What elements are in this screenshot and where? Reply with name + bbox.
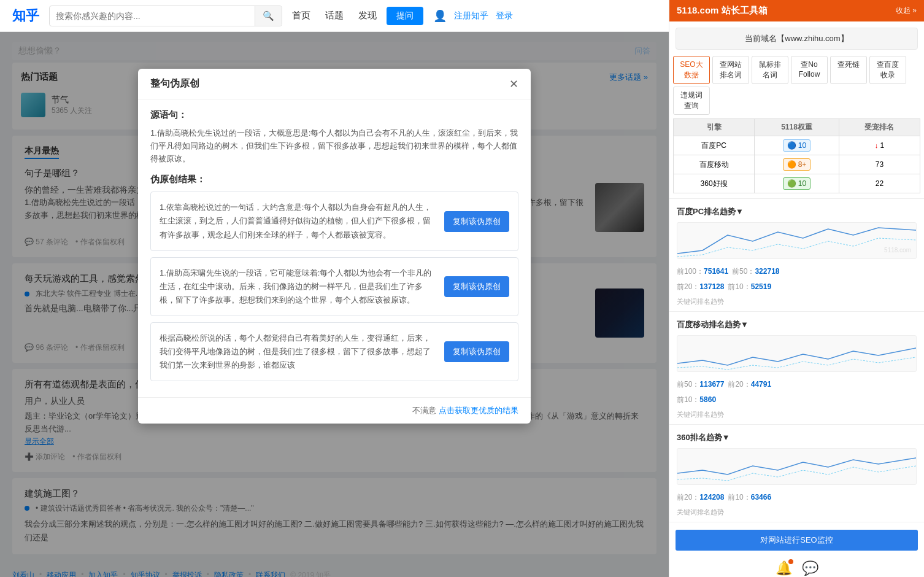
notification-dot (788, 559, 793, 564)
stat-m-top20-label: 前20：44791 (728, 379, 771, 390)
copy-button-1[interactable]: 复制该伪原创 (444, 211, 509, 232)
modal-overlay[interactable]: 整句伪原创 ✕ 源语句： 1.借助高晓松先生说过的一段话，大概意思是:每个人都以… (0, 32, 669, 577)
auth-section: 👤 注册知乎 登录 (433, 9, 513, 23)
ask-button[interactable]: 提问 (387, 7, 423, 25)
table-header-rank: 受宠排名 (839, 119, 920, 136)
keyword-trend-text-360: 关键词排名趋势 (677, 508, 724, 517)
search-box: 🔍 (49, 6, 282, 26)
notification-bell[interactable]: 🔔 (776, 560, 792, 576)
seo-nav-baidu-index[interactable]: 查百度收录 (869, 56, 906, 84)
table-header-weight: 5118权重 (755, 119, 839, 136)
rank-360-trend-title[interactable]: 360排名趋势▼ (669, 427, 924, 446)
seo-divider-2 (669, 311, 924, 312)
engine-baidu-pc: 百度PC (674, 136, 755, 155)
table-header-engine: 引擎 (674, 119, 755, 136)
seo-nav-bigdata[interactable]: SEO大数据 (673, 56, 710, 84)
engine-360: 360好搜 (674, 174, 755, 193)
rank-val-baidu-pc: 1 (880, 141, 884, 150)
stat-m-top50-label: 前50：113677 (677, 379, 724, 390)
modal-footer: 不满意 点击获取更优质的结果 (138, 397, 531, 424)
stat-360-top20-label: 前20：124208 (677, 492, 724, 503)
stat-m-top10-label: 前10：5860 (677, 395, 716, 405)
seo-navigation: SEO大数据 查网站排名词 鼠标排名词 查NoFollow 查死链 查百度收录 … (673, 56, 920, 115)
baidu-pc-trend-title[interactable]: 百度PC排名趋势▼ (669, 201, 924, 220)
result-block-3: 根据高晓松所说的话，每个人都觉得自己有着美好的人生，变得通红，后来，我们变得平凡… (150, 322, 518, 381)
copy-button-3[interactable]: 复制该伪原创 (444, 341, 509, 362)
nav-home[interactable]: 首页 (292, 10, 310, 21)
result-text-1: 1.依靠高晓松说过的一句话，大约含意是:每个人都以为自身会有超凡的人生，红尘滚滚… (160, 201, 438, 241)
chat-icon: 💬 (802, 560, 818, 576)
seo-divider-3 (669, 424, 924, 425)
engine-baidu-mobile: 百度移动 (674, 155, 755, 174)
stat-top10-label: 前10：52519 (728, 282, 771, 292)
nav-topics[interactable]: 话题 (325, 10, 344, 21)
baidu-mobile-trend-chart (677, 335, 917, 372)
weight-badge-baidu-pc: 🔵 10 (783, 139, 810, 152)
seo-nav-dead-link[interactable]: 查死链 (830, 56, 867, 84)
baidu-mobile-stats-2: 前10：5860 (669, 392, 924, 408)
keyword-trend-label-mobile: 关键词排名趋势 (669, 408, 924, 422)
logo: 知乎 (12, 7, 39, 25)
right-column: 5118.com 站长工具箱 收起 » 当前域名【www.zhihu.com】 … (669, 0, 924, 577)
baidu-mobile-trend-svg (677, 336, 916, 372)
seo-divider-4 (669, 522, 924, 522)
modal-dialog: 整句伪原创 ✕ 源语句： 1.借助高晓松先生说过的一段话，大概意思是:每个人都以… (138, 69, 531, 424)
nav-discover[interactable]: 发现 (358, 10, 377, 21)
chat-bubble[interactable]: 💬 (802, 560, 818, 576)
seo-domain-display: 当前域名【www.zhihu.com】 (676, 28, 918, 50)
seo-collapse-button[interactable]: 收起 » (896, 6, 917, 16)
result-text-2: 1.借助高宋啸先生说的一段话，它可能意味着:每个人都以为他会有一个非凡的生活，在… (160, 266, 438, 307)
keyword-trend-text-mobile: 关键词排名趋势 (677, 410, 724, 419)
stat-top100-label: 前100：751641 (677, 266, 728, 277)
modal-header: 整句伪原创 ✕ (138, 69, 531, 99)
seo-nav-no-follow[interactable]: 查NoFollow (791, 56, 828, 84)
seo-panel: 5118.com 站长工具箱 收起 » 当前域名【www.zhihu.com】 … (669, 0, 924, 577)
baidu-mobile-trend-title[interactable]: 百度移动排名趋势▼ (669, 314, 924, 333)
stat-top20-label: 前20：137128 (677, 282, 724, 292)
weight-360: 🟢 10 (755, 174, 839, 193)
modal-close-button[interactable]: ✕ (509, 79, 518, 90)
rank-down-icon: ↓ (875, 142, 879, 149)
seo-rank-table: 引擎 5118权重 受宠排名 百度PC 🔵 10 ↓ 1 (673, 118, 920, 193)
register-link[interactable]: 注册知乎 (454, 10, 488, 21)
baidu-mobile-stats: 前50：113677 前20：44791 (669, 377, 924, 392)
rank-baidu-mobile: 73 (839, 155, 920, 174)
keyword-trend-text-pc: 关键词排名趋势 (677, 297, 724, 306)
weight-baidu-mobile: 🟠 8+ (755, 155, 839, 174)
footer-prefix: 不满意 (412, 406, 436, 415)
header: 知乎 🔍 首页 话题 发现 提问 👤 注册知乎 登录 (0, 0, 669, 32)
rank-baidu-pc: ↓ 1 (839, 136, 920, 155)
user-icon: 👤 (433, 9, 447, 23)
baidu-pc-stats-2: 前20：137128 前10：52519 (669, 279, 924, 295)
main-nav: 首页 话题 发现 (292, 10, 377, 21)
baidu-pc-stats: 前100：751641 前50：322718 (669, 264, 924, 279)
rank-360: 22 (839, 174, 920, 193)
rank-360-trend-svg (677, 449, 916, 485)
seo-monitor-button[interactable]: 对网站进行SEO监控 (676, 530, 918, 551)
seo-nav-site-rank[interactable]: 查网站排名词 (712, 56, 749, 84)
login-link[interactable]: 登录 (496, 10, 513, 21)
search-input[interactable] (50, 7, 255, 25)
seo-nav-mouse-rank[interactable]: 鼠标排名词 (752, 56, 788, 84)
seo-bottom-icons: 🔔 💬 (669, 556, 924, 577)
seo-nav-violation[interactable]: 违规词查询 (673, 87, 710, 115)
chart-watermark-1: 5118.com (884, 246, 911, 256)
keyword-trend-label-pc: 关键词排名趋势 (669, 295, 924, 309)
table-row-baidu-mobile: 百度移动 🟠 8+ 73 (674, 155, 920, 174)
source-label: 源语句： (150, 109, 518, 121)
rank-360-trend-chart (677, 448, 917, 485)
result-text-3: 根据高晓松所说的话，每个人都觉得自己有着美好的人生，变得通红，后来，我们变得平凡… (160, 331, 438, 372)
weight-badge-360: 🟢 10 (783, 177, 810, 190)
modal-title: 整句伪原创 (150, 77, 199, 90)
seo-brand: 5118.com 站长工具箱 (677, 5, 768, 17)
weight-baidu-pc: 🔵 10 (755, 136, 839, 155)
copy-button-2[interactable]: 复制该伪原创 (444, 276, 509, 297)
table-row-360: 360好搜 🟢 10 22 (674, 174, 920, 193)
search-button[interactable]: 🔍 (255, 6, 282, 26)
get-better-results-link[interactable]: 点击获取更优质的结果 (439, 406, 518, 415)
source-text: 1.借助高晓松先生说过的一段话，大概意思是:每个人都以为自己会有不凡的人生，滚滚… (150, 127, 518, 165)
seo-divider-1 (669, 198, 924, 199)
result-block-2: 1.借助高宋啸先生说的一段话，它可能意味着:每个人都以为他会有一个非凡的生活，在… (150, 257, 518, 316)
baidu-pc-trend-svg (677, 223, 916, 259)
stat-top50-label: 前50：322718 (732, 266, 779, 277)
